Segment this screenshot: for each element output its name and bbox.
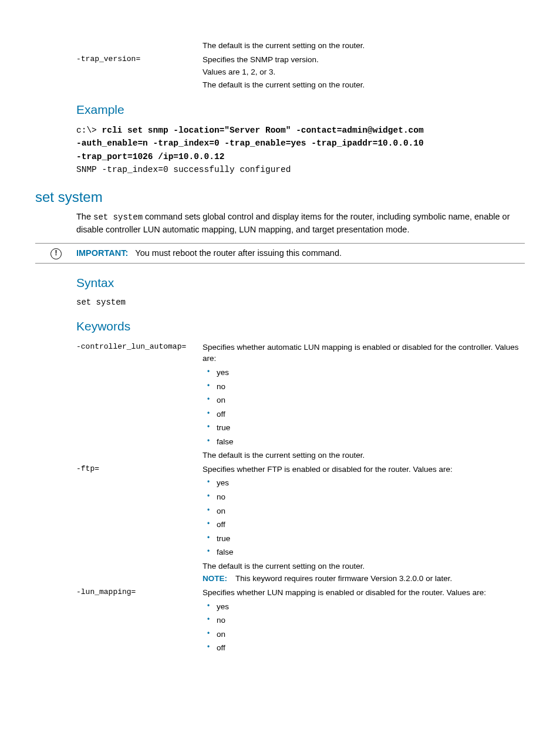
list-item: true [203,422,525,434]
example-code-block: c:\> rcli set snmp -location="Server Roo… [76,124,525,177]
desc-line: Values are 1, 2, or 3. [203,66,525,78]
output-line: SNMP -trap_index=0 successfully configur… [76,165,291,174]
list-item: on [203,505,525,517]
keyword-desc: Specifies whether LUN mapping is enabled… [203,586,525,656]
set-system-intro: The set system command sets global contr… [76,211,525,235]
keywords-heading: Keywords [76,318,525,335]
list-item: on [203,394,525,406]
example-heading: Example [76,101,525,119]
important-icon: ! [50,248,62,259]
syntax-heading: Syntax [76,274,525,292]
important-note-box: ! IMPORTANT:You must reboot the router a… [35,243,525,264]
list-item: off [203,642,525,654]
keyword-row-ftp: -ftp= Specifies whether FTP is enabled o… [76,463,525,586]
keyword-desc-trap-version: Specifies the SNMP trap version. Values … [203,53,525,92]
top-keyword-table: The default is the current setting on th… [76,39,525,92]
values-list: yes no on off true false [203,367,525,447]
set-system-heading: set system [35,187,525,208]
note-label: NOTE: [203,574,227,583]
cmd-line: -auth_enable=n -trap_index=0 -trap_enabl… [76,139,424,148]
list-item: no [203,381,525,393]
intro-pre: The [76,212,93,221]
keyword-row-controller-lun-automap: -controller_lun_automap= Specifies wheth… [76,340,525,463]
important-body: You must reboot the router after issuing… [135,248,342,258]
example-section: Example c:\> rcli set snmp -location="Se… [76,101,525,176]
list-item: yes [203,601,525,613]
default-note: The default is the current setting on th… [203,450,525,461]
keyword-name: -lun_mapping= [76,586,203,656]
desc-line: The default is the current setting on th… [203,79,525,91]
cmd-line: -trap_port=1026 /ip=10.0.0.12 [76,152,224,161]
keyword-row-lun-mapping: -lun_mapping= Specifies whether LUN mapp… [76,586,525,656]
keyword-name-empty [76,39,203,53]
prompt: c:\> [76,126,102,135]
keyword-desc-prev: The default is the current setting on th… [203,39,525,53]
list-item: on [203,629,525,640]
desc-line: The default is the current setting on th… [203,40,525,52]
desc-line: Specifies whether FTP is enabled or disa… [203,464,525,475]
important-label: IMPORTANT: [76,248,128,258]
cmd-line: rcli set snmp -location="Server Room" -c… [102,126,424,135]
list-item: false [203,546,525,558]
keyword-name: -ftp= [76,463,203,586]
values-list: yes no on off true false [203,477,525,558]
list-item: no [203,491,525,503]
syntax-code: set system [76,296,525,308]
list-item: yes [203,477,525,489]
important-text: IMPORTANT:You must reboot the router aft… [76,247,525,259]
keyword-desc: Specifies whether FTP is enabled or disa… [203,463,525,586]
desc-line: Specifies whether LUN mapping is enabled… [203,587,525,599]
keyword-desc: Specifies whether automatic LUN mapping … [203,340,525,463]
desc-line: Specifies whether automatic LUN mapping … [203,342,525,364]
list-item: false [203,436,525,448]
list-item: true [203,533,525,545]
list-item: yes [203,367,525,379]
values-list: yes no on off [203,601,525,654]
important-icon-col: ! [35,247,76,259]
keyword-name-trap-version: -trap_version= [76,53,203,92]
desc-line: Specifies the SNMP trap version. [203,54,525,66]
note-text: This keyword requires router firmware Ve… [235,574,452,583]
list-item: off [203,519,525,531]
list-item: off [203,409,525,420]
keyword-name: -controller_lun_automap= [76,340,203,463]
keywords-table: -controller_lun_automap= Specifies wheth… [76,340,525,656]
default-note: The default is the current setting on th… [203,561,525,572]
note-line: NOTE:This keyword requires router firmwa… [203,573,525,585]
intro-code: set system [93,212,143,222]
list-item: no [203,615,525,626]
